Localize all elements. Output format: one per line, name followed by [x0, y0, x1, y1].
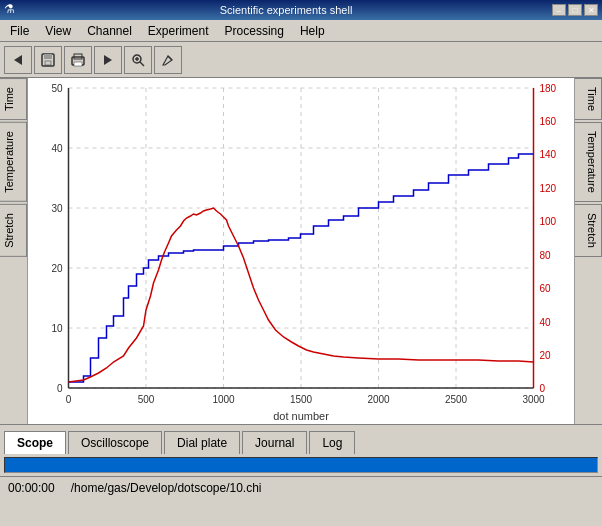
svg-line-12 — [168, 56, 172, 60]
svg-text:50: 50 — [51, 83, 63, 94]
left-tab-stretch[interactable]: Stretch — [0, 204, 27, 257]
svg-text:0: 0 — [57, 383, 63, 394]
app-icon: ⚗ — [4, 2, 20, 18]
menu-bar: File View Channel Experiment Processing … — [0, 20, 602, 42]
svg-line-9 — [140, 62, 144, 66]
menu-file[interactable]: File — [2, 22, 37, 40]
svg-text:10: 10 — [51, 323, 63, 334]
svg-text:20: 20 — [51, 263, 63, 274]
svg-rect-3 — [45, 61, 51, 65]
svg-text:1000: 1000 — [212, 394, 235, 405]
right-tab-temperature[interactable]: Temperature — [575, 122, 602, 202]
bottom-tabs: Scope Oscilloscope Dial plate Journal Lo… — [0, 424, 602, 454]
tab-journal[interactable]: Journal — [242, 431, 307, 454]
left-tab-time[interactable]: Time — [0, 78, 27, 120]
svg-text:2500: 2500 — [445, 394, 468, 405]
back-button[interactable] — [4, 46, 32, 74]
minimize-button[interactable]: – — [552, 4, 566, 16]
svg-text:40: 40 — [540, 317, 552, 328]
tab-scope[interactable]: Scope — [4, 431, 66, 454]
svg-text:2000: 2000 — [367, 394, 390, 405]
progress-bar — [4, 457, 598, 473]
svg-marker-7 — [104, 55, 112, 65]
svg-text:dot number: dot number — [273, 410, 329, 422]
status-bar: 00:00:00 /home/gas/Develop/dotscope/10.c… — [0, 476, 602, 498]
svg-text:100: 100 — [540, 216, 557, 227]
svg-text:140: 140 — [540, 149, 557, 160]
toolbar — [0, 42, 602, 78]
title-bar: ⚗ Scientific experiments shell – □ ✕ — [0, 0, 602, 20]
svg-text:500: 500 — [138, 394, 155, 405]
tab-oscilloscope[interactable]: Oscilloscope — [68, 431, 162, 454]
svg-text:180: 180 — [540, 83, 557, 94]
right-tab-stretch[interactable]: Stretch — [575, 204, 602, 257]
save-button[interactable] — [34, 46, 62, 74]
menu-view[interactable]: View — [37, 22, 79, 40]
svg-text:1500: 1500 — [290, 394, 313, 405]
print-button[interactable] — [64, 46, 92, 74]
edit-button[interactable] — [154, 46, 182, 74]
svg-rect-6 — [74, 62, 82, 66]
menu-help[interactable]: Help — [292, 22, 333, 40]
menu-channel[interactable]: Channel — [79, 22, 140, 40]
close-button[interactable]: ✕ — [584, 4, 598, 16]
tab-log[interactable]: Log — [309, 431, 355, 454]
tab-dial-plate[interactable]: Dial plate — [164, 431, 240, 454]
zoom-button[interactable] — [124, 46, 152, 74]
svg-text:160: 160 — [540, 116, 557, 127]
left-tab-temperature[interactable]: Temperature — [0, 122, 27, 202]
svg-text:3000: 3000 — [522, 394, 545, 405]
svg-text:80: 80 — [540, 250, 552, 261]
svg-marker-0 — [14, 55, 22, 65]
maximize-button[interactable]: □ — [568, 4, 582, 16]
svg-text:0: 0 — [66, 394, 72, 405]
chart-area: 0 10 20 30 40 50 0 20 40 60 80 100 120 1… — [28, 78, 574, 424]
forward-button[interactable] — [94, 46, 122, 74]
svg-rect-2 — [44, 54, 52, 59]
svg-text:20: 20 — [540, 350, 552, 361]
chart-svg: 0 10 20 30 40 50 0 20 40 60 80 100 120 1… — [28, 78, 574, 424]
window-controls: – □ ✕ — [552, 4, 598, 16]
status-time: 00:00:00 — [8, 481, 55, 495]
right-tab-time[interactable]: Time — [575, 78, 602, 120]
svg-text:60: 60 — [540, 283, 552, 294]
menu-processing[interactable]: Processing — [217, 22, 292, 40]
left-axis-tabs: Time Temperature Stretch — [0, 78, 28, 424]
svg-text:40: 40 — [51, 143, 63, 154]
status-path: /home/gas/Develop/dotscope/10.chi — [71, 481, 262, 495]
svg-text:0: 0 — [540, 383, 546, 394]
window-title: Scientific experiments shell — [20, 4, 552, 16]
menu-experiment[interactable]: Experiment — [140, 22, 217, 40]
right-axis-tabs: Time Temperature Stretch — [574, 78, 602, 424]
svg-text:30: 30 — [51, 203, 63, 214]
main-layout: Time Temperature Stretch — [0, 78, 602, 424]
svg-text:120: 120 — [540, 183, 557, 194]
progress-bar-container — [0, 454, 602, 476]
